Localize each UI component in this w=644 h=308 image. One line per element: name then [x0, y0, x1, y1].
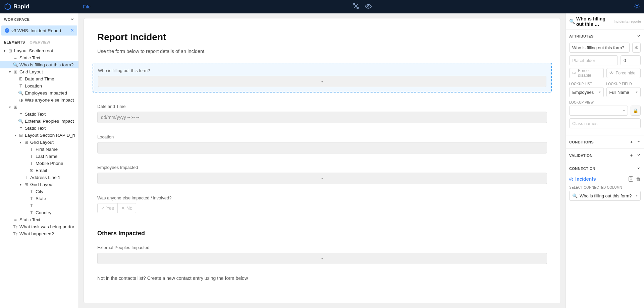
tree-node-icon: T	[18, 83, 23, 88]
attribute-name-input[interactable]	[569, 43, 630, 53]
tree-row[interactable]: ✉Email	[0, 167, 78, 174]
caret-icon[interactable]: ▾	[19, 183, 22, 186]
tab-overview[interactable]: OVERVIEW	[30, 40, 50, 44]
tree-row[interactable]: 🔍Who is filling out this form?	[0, 61, 78, 68]
tree-node-icon: ◑	[18, 98, 23, 103]
tree-row[interactable]: ▾⊞Layout.Section RAPID_rl	[0, 132, 78, 139]
main-layout: WORKSPACE ✓ v3 WHS: Incident Report × EL…	[0, 13, 644, 308]
field-date[interactable]: Date and Time dd/mm/yyyy --:-- --	[97, 104, 547, 123]
elements-tree[interactable]: ▾⊞Layout.Section root≡Static Text🔍Who is…	[0, 47, 78, 303]
chevron-down-icon[interactable]	[637, 139, 641, 144]
tree-row[interactable]: ▾⊞Grid Layout	[0, 181, 78, 188]
field-anyone[interactable]: Was anyone else impacted / involved? ✓Ye…	[97, 195, 547, 213]
no-button[interactable]: ✕No	[118, 203, 136, 213]
single-icon[interactable]: 1	[629, 176, 633, 182]
trash-icon[interactable]: 🗑	[636, 176, 641, 182]
canvas: Report Incident Use the form below to re…	[84, 18, 561, 303]
tab-elements[interactable]: ELEMENTS	[4, 40, 25, 44]
tree-row[interactable]: ▾⊞Layout.Section root	[0, 47, 78, 54]
chevron-down-icon[interactable]	[637, 166, 641, 171]
tree-row[interactable]: ▾⊞	[0, 104, 78, 111]
chevron-down-icon[interactable]	[637, 34, 641, 39]
hexagon-icon	[4, 3, 11, 10]
tree-node-icon: T	[29, 210, 34, 215]
force-hide-button[interactable]: 👁 Force hide	[606, 68, 641, 78]
tree-row[interactable]: TMobile Phone	[0, 160, 78, 167]
tree-row[interactable]: TCountry	[0, 209, 78, 216]
tree-row[interactable]: ≡Static Text	[0, 216, 78, 223]
tree-row[interactable]: ≡Static Text	[0, 125, 78, 132]
tree-row[interactable]: ▾⊞Grid Layout	[0, 139, 78, 146]
tree-node-icon: ≡	[18, 112, 23, 117]
tree-node-icon: ⊞	[13, 105, 18, 110]
yes-button[interactable]: ✓Yes	[98, 203, 117, 213]
validation-header[interactable]: VALIDATION ＋	[566, 149, 644, 162]
close-tab-icon[interactable]: ×	[71, 27, 74, 34]
file-menu[interactable]: File	[83, 4, 91, 9]
conditions-header[interactable]: CONDITIONS ＋	[566, 135, 644, 148]
connected-column-select[interactable]: 🔍Who is filling out this form? ▾	[569, 191, 641, 201]
caret-icon[interactable]: ▾	[3, 49, 6, 53]
workspace-tab[interactable]: ✓ v3 WHS: Incident Report ×	[1, 25, 77, 36]
tree-node-label: Was anyone else impact	[25, 98, 74, 103]
tree-row[interactable]: ≡Static Text	[0, 111, 78, 118]
tree-row[interactable]: TLocation	[0, 82, 78, 89]
theme-toggle-icon[interactable]	[634, 3, 640, 10]
field-employees[interactable]: Employees Impacted ▾	[97, 165, 547, 184]
tree-row[interactable]: TLast Name	[0, 153, 78, 160]
preview-eye-icon[interactable]	[365, 3, 372, 11]
plus-icon[interactable]: ＋	[630, 153, 633, 158]
force-disable-button[interactable]: ✂ Force disable	[569, 68, 604, 78]
lock-icon[interactable]: 🔒	[631, 106, 641, 116]
tree-row[interactable]: TState	[0, 195, 78, 202]
design-tools-icon[interactable]	[353, 3, 359, 11]
connection-header[interactable]: CONNECTION	[566, 162, 644, 175]
tree-row[interactable]: T↕What task was being perfor	[0, 223, 78, 230]
yes-no-toggle: ✓Yes ✕No	[97, 203, 136, 213]
caret-icon[interactable]: ▾	[13, 133, 17, 137]
tree-row[interactable]: T	[0, 202, 78, 209]
horizontal-scrollbar[interactable]	[0, 303, 78, 308]
tree-row[interactable]: T↕What happened?	[0, 230, 78, 237]
connection-item[interactable]: ◎ Incidents 1 🗑	[569, 175, 641, 184]
chevron-down-icon[interactable]	[637, 153, 641, 158]
tree-row[interactable]: TAddress Line 1	[0, 174, 78, 181]
employees-dropdown[interactable]: ▾	[97, 173, 547, 184]
required-toggle-icon[interactable]: ✱	[632, 43, 641, 53]
who-dropdown[interactable]: ▾	[98, 76, 546, 87]
tree-row[interactable]: 🔍Employees Impacted	[0, 89, 78, 97]
location-input[interactable]	[97, 142, 547, 153]
page-subtitle: Use the form below to report details of …	[97, 49, 547, 54]
workspace-header[interactable]: WORKSPACE	[0, 13, 78, 25]
caret-icon[interactable]: ▾	[8, 70, 11, 74]
caret-icon[interactable]: ▾	[8, 105, 11, 109]
tree-row[interactable]: TCity	[0, 188, 78, 195]
tree-row[interactable]: ▾⊞Grid Layout	[0, 68, 78, 75]
tree-row[interactable]: 🗓Date and Time	[0, 75, 78, 82]
caret-icon[interactable]: ▾	[19, 140, 22, 144]
inspector-subtitle: Incidents:reported_by_id	[613, 20, 641, 23]
chevron-down-icon: ▾	[636, 90, 638, 94]
external-dropdown[interactable]: ▾	[97, 253, 547, 264]
canvas-wrap[interactable]: Report Incident Use the form below to re…	[79, 13, 566, 308]
tree-row[interactable]: ≡Static Text	[0, 54, 78, 61]
field-location[interactable]: Location	[97, 134, 547, 153]
lookup-field-select[interactable]: Full Name▾	[606, 87, 641, 97]
plus-icon[interactable]: ＋	[630, 139, 633, 144]
numeric-input[interactable]	[621, 55, 641, 65]
brand-name: Rapid	[13, 3, 29, 10]
date-input[interactable]: dd/mm/yyyy --:-- --	[97, 112, 547, 123]
field-external[interactable]: External Peoples Impacted ▾	[97, 245, 547, 264]
tree-row[interactable]: ◑Was anyone else impact	[0, 97, 78, 104]
placeholder-input[interactable]	[569, 55, 618, 65]
class-names-input[interactable]	[569, 118, 641, 128]
eye-off-icon: 👁	[609, 71, 614, 75]
tree-row[interactable]: TFirst Name	[0, 146, 78, 153]
chevron-down-icon[interactable]	[70, 17, 74, 22]
attributes-header[interactable]: ATTRIBUTES	[566, 30, 644, 43]
lookup-view-select[interactable]: ▾	[569, 106, 628, 116]
field-who[interactable]: Who is filling out this form? ▾	[93, 63, 552, 93]
tree-node-icon: 🔍	[18, 90, 23, 96]
lookup-list-select[interactable]: Employees▾	[569, 87, 604, 97]
tree-row[interactable]: 🔍External Peoples Impact	[0, 118, 78, 125]
